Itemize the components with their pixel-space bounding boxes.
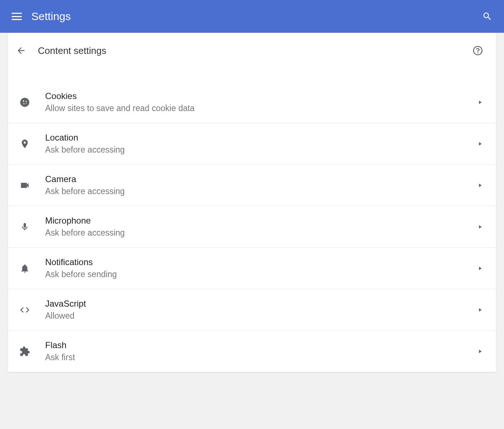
item-subtitle: Ask before accessing xyxy=(45,228,477,238)
menu-icon[interactable] xyxy=(12,11,22,21)
item-title: Microphone xyxy=(45,216,477,226)
page-header: Content settings xyxy=(8,33,496,68)
svg-point-6 xyxy=(26,103,27,104)
item-subtitle: Ask before accessing xyxy=(45,145,477,155)
item-text: Flash Ask first xyxy=(45,340,477,362)
item-text: Notifications Ask before sending xyxy=(45,257,477,279)
header-title: Settings xyxy=(31,10,482,23)
svg-point-4 xyxy=(25,101,27,102)
item-title: JavaScript xyxy=(45,299,477,309)
list-item-flash[interactable]: Flash Ask first xyxy=(8,331,496,372)
list-item-microphone[interactable]: Microphone Ask before accessing xyxy=(8,206,496,248)
item-subtitle: Ask before accessing xyxy=(45,186,477,196)
item-text: JavaScript Allowed xyxy=(45,299,477,321)
item-title: Notifications xyxy=(45,257,477,267)
item-title: Cookies xyxy=(45,91,477,101)
chevron-right-icon xyxy=(477,141,483,147)
item-text: Microphone Ask before accessing xyxy=(45,216,477,238)
settings-list: Cookies Allow sites to save and read coo… xyxy=(8,68,496,372)
back-icon[interactable] xyxy=(16,46,26,56)
item-text: Camera Ask before accessing xyxy=(45,174,477,196)
microphone-icon xyxy=(16,222,34,232)
location-icon xyxy=(16,139,34,149)
list-item-camera[interactable]: Camera Ask before accessing xyxy=(8,165,496,206)
code-icon xyxy=(16,304,34,315)
item-subtitle: Ask before sending xyxy=(45,269,477,279)
page-title: Content settings xyxy=(38,45,473,56)
help-icon[interactable] xyxy=(473,46,483,56)
item-text: Cookies Allow sites to save and read coo… xyxy=(45,91,477,113)
svg-point-5 xyxy=(23,103,24,104)
content-card: Content settings Cookies A xyxy=(8,33,496,372)
list-item-javascript[interactable]: JavaScript Allowed xyxy=(8,289,496,331)
chevron-right-icon xyxy=(477,182,483,188)
search-icon[interactable] xyxy=(482,11,492,21)
item-subtitle: Allow sites to save and read cookie data xyxy=(45,103,477,113)
item-text: Location Ask before accessing xyxy=(45,133,477,155)
svg-point-3 xyxy=(23,100,24,102)
chevron-right-icon xyxy=(477,265,483,271)
item-title: Camera xyxy=(45,174,477,184)
chevron-right-icon xyxy=(477,99,483,105)
cookie-icon xyxy=(16,97,34,108)
chevron-right-icon xyxy=(477,307,483,313)
app-header: Settings xyxy=(0,0,504,33)
chevron-right-icon xyxy=(477,224,483,230)
chevron-right-icon xyxy=(477,349,483,354)
svg-point-2 xyxy=(20,98,29,107)
camera-icon xyxy=(16,180,34,190)
list-item-notifications[interactable]: Notifications Ask before sending xyxy=(8,248,496,289)
list-item-location[interactable]: Location Ask before accessing xyxy=(8,123,496,165)
list-item-cookies[interactable]: Cookies Allow sites to save and read coo… xyxy=(8,82,496,123)
bell-icon xyxy=(16,263,34,273)
item-title: Location xyxy=(45,133,477,143)
item-title: Flash xyxy=(45,340,477,350)
item-subtitle: Allowed xyxy=(45,311,477,321)
item-subtitle: Ask first xyxy=(45,353,477,362)
svg-point-1 xyxy=(477,52,478,53)
puzzle-icon xyxy=(16,346,34,357)
